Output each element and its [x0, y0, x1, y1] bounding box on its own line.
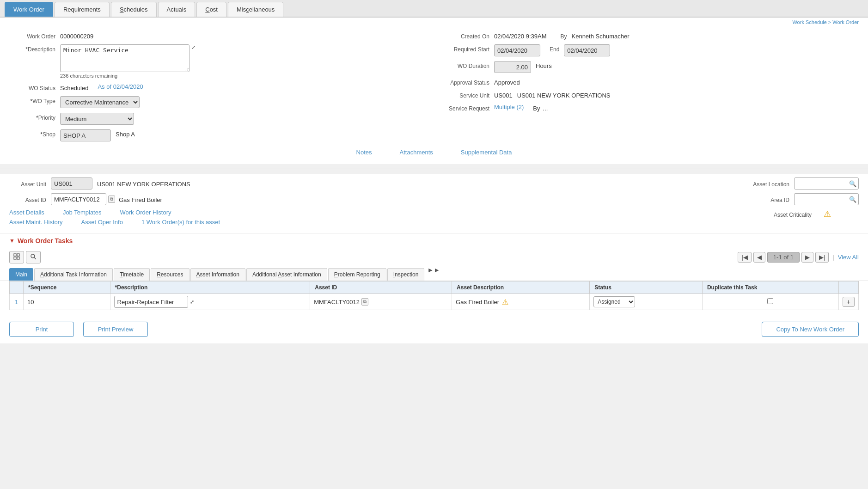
- cell-status: Assigned: [590, 294, 703, 310]
- asset-oper-info-link[interactable]: Asset Oper Info: [81, 219, 123, 226]
- label-asset-id: Asset ID: [9, 195, 51, 203]
- label-approval-status: Approval Status: [443, 78, 494, 86]
- grid-view-btn[interactable]: [9, 251, 24, 263]
- work-order-form: Work Order 0000000209 *Description Minor…: [0, 27, 868, 164]
- tab-work-order[interactable]: Work Order: [5, 2, 53, 17]
- print-preview-button[interactable]: Print Preview: [83, 322, 148, 337]
- links-row: Notes Attachments Supplemental Data: [9, 149, 859, 159]
- area-id-group: Area ID 🔍: [748, 193, 859, 205]
- cell-asset-description: Gas Fired Boiler ⚠: [452, 294, 590, 310]
- shop-input[interactable]: [60, 129, 111, 141]
- add-row-btn[interactable]: +: [843, 297, 855, 307]
- created-on-row: Created On 02/04/2020 9:39AM By Kenneth …: [443, 31, 859, 40]
- row-number[interactable]: 1: [10, 294, 24, 310]
- col-asset-description: Asset Description: [452, 281, 590, 294]
- tab-schedules[interactable]: Schedules: [111, 2, 157, 17]
- more-tabs-btn[interactable]: ►►: [425, 266, 442, 281]
- svg-rect-2: [14, 257, 16, 259]
- end-date-input[interactable]: [564, 44, 610, 56]
- asset-location-search-icon[interactable]: 🔍: [849, 180, 856, 187]
- subtab-additional-task-info[interactable]: Additional Task Information: [34, 268, 113, 281]
- table-row: 1 10 ⤢ MMFACLTY0012 ⧉ Gas Fired: [10, 294, 859, 310]
- label-work-order: Work Order: [9, 31, 60, 40]
- view-all-link[interactable]: View All: [838, 254, 859, 261]
- asset-links: Asset Details Job Templates Work Order H…: [9, 209, 220, 226]
- tab-cost[interactable]: Cost: [196, 2, 226, 17]
- breadcrumb-link[interactable]: Work Schedule > Work Order: [792, 19, 859, 25]
- subtab-resources[interactable]: Resources: [151, 268, 189, 281]
- job-templates-link[interactable]: Job Templates: [63, 209, 102, 216]
- label-asset-location: Asset Location: [748, 179, 794, 188]
- asset-unit-name: US001 NEW YORK OPERATIONS: [97, 179, 190, 188]
- subtab-asset-info[interactable]: Asset Information: [190, 268, 245, 281]
- as-of-link[interactable]: As of 02/04/2020: [98, 83, 143, 90]
- tab-miscellaneous[interactable]: Miscellaneous: [228, 2, 283, 17]
- form-right-col: Created On 02/04/2020 9:39AM By Kenneth …: [443, 31, 859, 146]
- asset-section: Asset Unit US001 NEW YORK OPERATIONS Ass…: [0, 174, 868, 233]
- description-field[interactable]: [114, 296, 188, 308]
- work-order-history-link[interactable]: Work Order History: [120, 209, 171, 216]
- cell-add: +: [838, 294, 858, 310]
- copy-to-new-wo-button[interactable]: Copy To New Work Order: [762, 322, 859, 337]
- task-table-wrapper: *Sequence *Description Asset ID Asset De…: [0, 281, 868, 315]
- status-select[interactable]: Assigned: [593, 296, 635, 307]
- collapse-icon[interactable]: ▼: [9, 238, 15, 244]
- subtab-additional-asset-info[interactable]: Additional Asset Information: [246, 268, 327, 281]
- asset-id-group: Asset ID ⧉ Gas Fired Boiler: [9, 193, 162, 205]
- asset-details-link[interactable]: Asset Details: [9, 209, 44, 216]
- asset-location-field[interactable]: 🔍: [794, 177, 859, 189]
- asset-links-row: Asset Details Job Templates Work Order H…: [9, 209, 859, 226]
- asset-copy-icon[interactable]: ⧉: [108, 196, 115, 203]
- expand-icon[interactable]: ⤢: [191, 44, 196, 50]
- cell-sequence: 10: [24, 294, 110, 310]
- required-start-input[interactable]: [494, 44, 540, 56]
- asset-maint-history-link[interactable]: Asset Maint. History: [9, 219, 63, 226]
- subtab-problem-reporting[interactable]: Problem Reporting: [328, 268, 386, 281]
- description-row: *Description Minor HVAC Service ⤢ 236 ch…: [9, 44, 425, 79]
- service-unit-name: US001 NEW YORK OPERATIONS: [517, 91, 611, 99]
- task-asset-copy-icon[interactable]: ⧉: [361, 298, 368, 306]
- label-asset-unit: Asset Unit: [9, 179, 51, 188]
- first-page-btn[interactable]: |◀: [738, 252, 751, 263]
- subtab-inspection[interactable]: Inspection: [387, 268, 425, 281]
- tab-actuals[interactable]: Actuals: [158, 2, 196, 17]
- col-description: *Description: [110, 281, 310, 294]
- hours-label: Hours: [536, 61, 552, 69]
- area-id-field[interactable]: 🔍: [794, 193, 859, 205]
- last-page-btn[interactable]: ▶|: [815, 252, 829, 263]
- asset-unit-row: Asset Unit US001 NEW YORK OPERATIONS Ass…: [9, 177, 859, 189]
- tab-requirements[interactable]: Requirements: [55, 2, 110, 17]
- asset-location-input[interactable]: [796, 179, 849, 188]
- label-description: *Description: [9, 44, 60, 53]
- subtab-main[interactable]: Main: [9, 268, 33, 281]
- asset-location-group: Asset Location 🔍: [748, 177, 859, 189]
- duplicate-checkbox[interactable]: [767, 298, 773, 304]
- service-unit-row: Service Unit US001 US001 NEW YORK OPERAT…: [443, 91, 859, 99]
- service-request-link[interactable]: Multiple (2): [494, 104, 524, 110]
- area-id-search-icon[interactable]: 🔍: [849, 196, 856, 203]
- desc-expand-icon[interactable]: ⤢: [190, 299, 194, 305]
- label-priority: Priority: [9, 113, 60, 121]
- col-duplicate-task: Duplicate this Task: [702, 281, 838, 294]
- attachments-link[interactable]: Attachments: [400, 149, 433, 156]
- notes-link[interactable]: Notes: [356, 149, 372, 156]
- subtab-timetable[interactable]: Timetable: [114, 268, 150, 281]
- service-request-by: ...: [543, 104, 548, 112]
- prev-page-btn[interactable]: ◀: [753, 252, 765, 263]
- asset-id-row: Asset ID ⧉ Gas Fired Boiler Area ID 🔍: [9, 193, 859, 205]
- asset-unit-input[interactable]: [51, 177, 92, 189]
- print-button[interactable]: Print: [9, 322, 74, 337]
- asset-id-input[interactable]: [51, 193, 106, 205]
- wo-duration-input[interactable]: [494, 61, 531, 73]
- approval-status-value: Approved: [494, 78, 520, 86]
- search-btn[interactable]: [26, 251, 41, 263]
- next-page-btn[interactable]: ▶: [801, 252, 813, 263]
- priority-row: Priority Medium: [9, 113, 425, 125]
- priority-select[interactable]: Medium: [60, 113, 134, 125]
- wo-type-select[interactable]: Corrective Maintenance: [60, 96, 140, 108]
- area-id-input[interactable]: [796, 195, 849, 204]
- work-orders-for-asset-link[interactable]: 1 Work Order(s) for this asset: [141, 219, 220, 226]
- task-table: *Sequence *Description Asset ID Asset De…: [9, 281, 859, 310]
- description-textarea[interactable]: Minor HVAC Service: [60, 44, 189, 72]
- supplemental-data-link[interactable]: Supplemental Data: [461, 149, 512, 156]
